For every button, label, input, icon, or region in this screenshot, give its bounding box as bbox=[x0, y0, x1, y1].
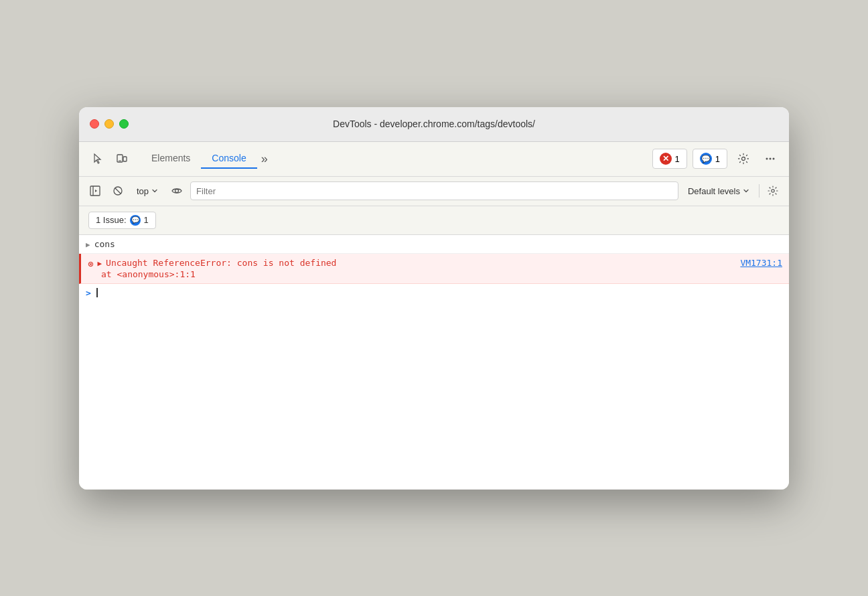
error-detail: at <anonymous>:1:1 bbox=[88, 269, 782, 279]
gear-icon bbox=[768, 185, 778, 196]
traffic-lights bbox=[90, 119, 129, 129]
filter-input[interactable] bbox=[190, 181, 678, 200]
prompt-symbol: > bbox=[86, 288, 91, 298]
eye-button[interactable] bbox=[167, 181, 186, 200]
window-title: DevTools - developer.chrome.com/tags/dev… bbox=[333, 119, 535, 129]
chevron-down-icon bbox=[151, 188, 158, 194]
devtools-window: DevTools - developer.chrome.com/tags/dev… bbox=[79, 107, 789, 490]
ellipsis-icon bbox=[764, 153, 776, 165]
context-label: top bbox=[137, 186, 149, 196]
error-message: Uncaught ReferenceError: cons is not def… bbox=[106, 258, 740, 268]
svg-point-4 bbox=[766, 158, 768, 160]
svg-marker-9 bbox=[95, 190, 97, 192]
message-badge-icon: 💬 bbox=[700, 153, 712, 165]
eye-icon bbox=[171, 185, 182, 196]
tab-elements[interactable]: Elements bbox=[141, 149, 201, 169]
error-link[interactable]: VM1731:1 bbox=[740, 258, 782, 268]
svg-point-6 bbox=[773, 158, 775, 160]
console-toolbar: top Default levels bbox=[79, 177, 789, 206]
context-selector[interactable]: top bbox=[131, 183, 163, 199]
svg-point-12 bbox=[175, 190, 179, 193]
message-count-label: 1 bbox=[715, 154, 720, 164]
cursor bbox=[96, 288, 98, 297]
input-text: cons bbox=[94, 239, 115, 249]
expand-chevron[interactable]: ▶ bbox=[86, 240, 90, 249]
minimize-button[interactable] bbox=[104, 119, 114, 129]
levels-selector[interactable]: Default levels bbox=[682, 183, 755, 199]
titlebar: DevTools - developer.chrome.com/tags/dev… bbox=[79, 107, 789, 142]
inspect-element-button[interactable] bbox=[87, 148, 108, 169]
error-count-label: 1 bbox=[675, 154, 680, 164]
console-error-entry: ⊗ ▶ Uncaught ReferenceError: cons is not… bbox=[79, 254, 789, 284]
svg-point-5 bbox=[770, 158, 772, 160]
error-count-button[interactable]: ✕ 1 bbox=[652, 149, 687, 169]
issue-bar: 1 Issue: 💬 1 bbox=[79, 206, 789, 235]
issue-prefix: 1 Issue: bbox=[96, 215, 127, 225]
more-options-button[interactable] bbox=[760, 148, 781, 169]
device-toolbar-button[interactable] bbox=[111, 148, 133, 169]
message-count-button[interactable]: 💬 1 bbox=[693, 149, 727, 169]
error-line1: ⊗ ▶ Uncaught ReferenceError: cons is not… bbox=[88, 258, 782, 269]
tab-console[interactable]: Console bbox=[201, 149, 257, 169]
toolbar-right: ✕ 1 💬 1 bbox=[652, 148, 781, 169]
console-settings-button[interactable] bbox=[764, 181, 782, 200]
device-icon bbox=[116, 153, 128, 165]
chevron-down-icon bbox=[743, 188, 749, 194]
main-toolbar: Elements Console » ✕ 1 💬 1 bbox=[79, 142, 789, 177]
svg-line-11 bbox=[115, 188, 121, 194]
issue-count-badge: 💬 bbox=[130, 215, 141, 226]
close-button[interactable] bbox=[90, 119, 99, 129]
levels-label: Default levels bbox=[688, 186, 740, 196]
console-prompt-entry: > bbox=[79, 284, 789, 302]
no-log-button[interactable] bbox=[108, 181, 127, 200]
clear-console-button[interactable] bbox=[86, 181, 104, 200]
console-input-entry: ▶ cons bbox=[79, 235, 789, 254]
ban-icon bbox=[113, 185, 123, 196]
tab-bar: Elements Console » bbox=[141, 149, 650, 169]
svg-point-3 bbox=[742, 157, 745, 161]
settings-button[interactable] bbox=[733, 148, 754, 169]
error-badge-icon: ✕ bbox=[660, 153, 672, 165]
sidebar-icon bbox=[90, 185, 100, 196]
error-expand-chevron[interactable]: ▶ bbox=[97, 259, 102, 268]
cursor-icon bbox=[92, 153, 104, 165]
gear-icon bbox=[737, 153, 749, 165]
issue-button[interactable]: 1 Issue: 💬 1 bbox=[88, 212, 156, 229]
console-content: ▶ cons ⊗ ▶ Uncaught ReferenceError: cons… bbox=[79, 235, 789, 490]
svg-rect-1 bbox=[123, 157, 127, 161]
toolbar-divider bbox=[759, 184, 760, 198]
error-circle-icon: ⊗ bbox=[88, 258, 93, 269]
issue-count: 1 bbox=[144, 215, 149, 225]
svg-point-13 bbox=[772, 190, 774, 192]
maximize-button[interactable] bbox=[119, 119, 129, 129]
more-tabs-button[interactable]: » bbox=[257, 152, 272, 166]
